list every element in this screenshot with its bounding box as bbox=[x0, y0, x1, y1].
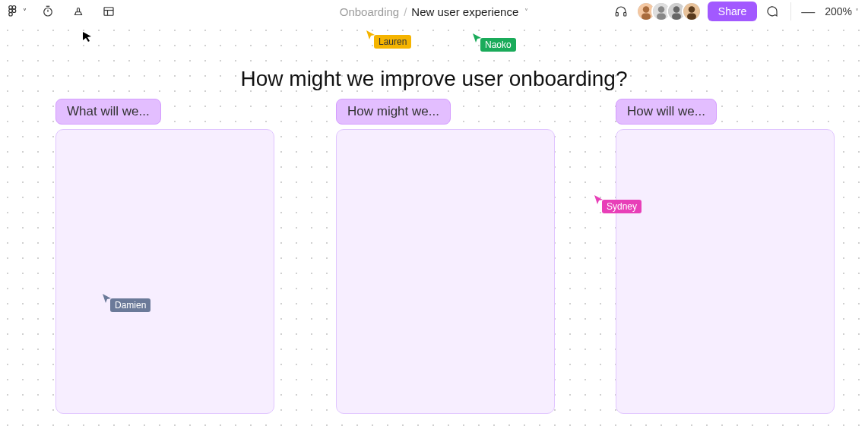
svg-rect-12 bbox=[624, 13, 626, 17]
column-header[interactable]: What will we... bbox=[55, 99, 161, 125]
pointer-icon bbox=[593, 194, 605, 206]
column-box[interactable] bbox=[55, 129, 274, 414]
svg-rect-15 bbox=[641, 14, 651, 20]
board-title[interactable]: How might we improve user onboarding? bbox=[0, 67, 868, 91]
svg-point-14 bbox=[643, 6, 649, 12]
chevron-down-icon: ˅ bbox=[23, 8, 27, 16]
comments-button[interactable] bbox=[763, 2, 781, 21]
pointer-icon bbox=[365, 29, 377, 41]
breadcrumb-separator: / bbox=[404, 5, 407, 18]
timer-tool[interactable] bbox=[39, 2, 57, 21]
stamp-icon bbox=[71, 5, 85, 18]
chevron-down-icon: ˅ bbox=[855, 8, 859, 16]
svg-point-2 bbox=[9, 9, 13, 13]
top-toolbar: ˅ Onboarding / New user experience ˅ Sha… bbox=[0, 0, 868, 23]
column-header-label: How will we... bbox=[627, 104, 705, 118]
figma-logo-menu[interactable]: ˅ bbox=[6, 5, 27, 18]
pointer-icon bbox=[81, 30, 93, 43]
cursor-label: Naoko bbox=[480, 38, 516, 52]
svg-point-17 bbox=[658, 6, 664, 12]
column-header-label: How might we... bbox=[347, 104, 439, 118]
zoom-level-label: 200% bbox=[825, 5, 852, 17]
svg-point-1 bbox=[12, 6, 16, 10]
svg-point-4 bbox=[9, 13, 13, 17]
svg-point-3 bbox=[12, 9, 16, 13]
chevron-down-icon[interactable]: ˅ bbox=[524, 8, 528, 16]
collaborator-avatars[interactable] bbox=[636, 2, 702, 21]
cursor-label: Lauren bbox=[374, 35, 411, 49]
svg-rect-24 bbox=[687, 14, 696, 20]
breadcrumb-current[interactable]: New user experience bbox=[411, 5, 518, 18]
zoom-out-button[interactable]: — bbox=[800, 4, 816, 20]
column-box[interactable] bbox=[616, 129, 835, 414]
headphones-icon bbox=[614, 5, 628, 18]
stopwatch-icon bbox=[41, 5, 55, 18]
svg-point-23 bbox=[689, 6, 695, 12]
toolbar-right-group: Share — 200% ˅ bbox=[612, 2, 862, 21]
svg-rect-8 bbox=[104, 8, 113, 16]
layout-tool[interactable] bbox=[100, 2, 118, 21]
self-cursor bbox=[81, 30, 93, 43]
table-icon bbox=[102, 5, 116, 18]
chat-bubble-icon bbox=[765, 5, 779, 18]
breadcrumb-parent[interactable]: Onboarding bbox=[340, 5, 399, 18]
figma-logo-icon bbox=[6, 5, 20, 18]
canvas[interactable]: How might we improve user onboarding? Wh… bbox=[0, 23, 868, 429]
svg-rect-11 bbox=[616, 13, 618, 17]
column-header[interactable]: How will we... bbox=[616, 99, 717, 125]
audio-huddle-button[interactable] bbox=[612, 2, 630, 21]
collaborator-cursor-naoko: Naoko bbox=[471, 32, 483, 44]
zoom-level-dropdown[interactable]: 200% ˅ bbox=[822, 5, 862, 17]
collaborator-cursor-lauren: Lauren bbox=[365, 29, 377, 41]
collaborator-cursor-sydney: Sydney bbox=[593, 194, 605, 206]
share-button[interactable]: Share bbox=[708, 2, 757, 21]
avatar[interactable] bbox=[682, 2, 702, 21]
column-header-label: What will we... bbox=[67, 104, 150, 118]
breadcrumb: Onboarding / New user experience ˅ bbox=[340, 5, 528, 18]
svg-rect-21 bbox=[672, 14, 681, 20]
column-header[interactable]: How might we... bbox=[336, 99, 451, 125]
svg-point-20 bbox=[673, 6, 680, 12]
svg-point-0 bbox=[9, 6, 13, 10]
column-box[interactable] bbox=[336, 129, 555, 414]
toolbar-divider bbox=[790, 2, 791, 21]
pointer-icon bbox=[471, 32, 483, 44]
toolbar-left-group: ˅ bbox=[6, 2, 118, 21]
svg-rect-18 bbox=[657, 14, 666, 20]
stamp-tool[interactable] bbox=[69, 2, 87, 21]
